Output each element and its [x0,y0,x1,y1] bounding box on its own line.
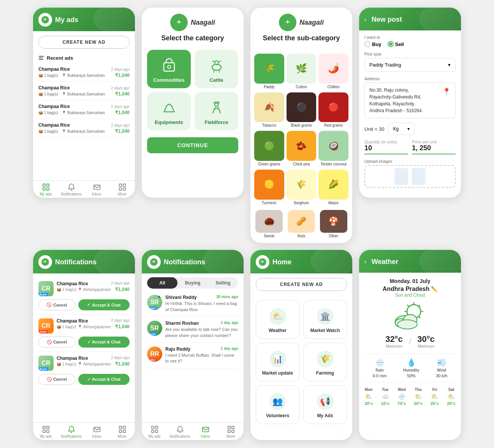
cancel-button-3[interactable]: 🚫 Cancel [38,374,75,385]
nav-inbox-5[interactable]: Inbox [84,425,109,438]
create-ad-button-home[interactable]: CREATE NEW AD [256,278,347,291]
weather-location: Andhra Pradesh ✏️ [364,286,456,292]
subcat-chickpea[interactable]: 🫘 Chick pea [287,131,317,167]
nav-more-6[interactable]: More [218,425,244,438]
category-screen-title: Select the category [161,34,224,42]
nav-more[interactable]: More [109,183,135,196]
subcat-other[interactable]: 🍄 Other [320,210,347,239]
subcat-coconut[interactable]: 🥥 Tender coconut [318,131,348,167]
svg-rect-9 [119,184,121,186]
subcat-nuts[interactable]: 🥜 Nuts [288,210,315,239]
subcat-blackgrams[interactable]: ⚫ Black grams [287,92,317,129]
category-fieldforce[interactable]: Fieldforce [195,92,238,130]
subcat-seeds[interactable]: 🌰 Seeds [255,210,283,239]
subcat-greengrams[interactable]: 🟢 Green grams [254,131,284,167]
buyer-badge-msg1: Buyer [147,307,157,310]
forecast-sat: Sat ⛅ 20°c [447,388,456,406]
nav-notifications[interactable]: Notifications [59,183,84,196]
continue-button[interactable]: CONTINUE [147,137,238,153]
equipments-icon [161,100,177,116]
subcat-maize[interactable]: 🌽 Maize [318,170,348,206]
header-new-post: ‹ New post [359,8,461,30]
upload-area[interactable] [364,165,456,188]
pick-type-select[interactable]: Paddy Trading ▾ [364,58,456,72]
subcat-redgrams[interactable]: 🔴 Red grams [318,92,348,129]
weather-date: Monday. 01 July [364,278,456,284]
svg-rect-7 [46,188,49,190]
ad-item[interactable]: Champaa Rice 2 days ago 📦 1 bag(s) 📍 Buk… [38,119,130,138]
screen-new-post: ‹ New post I want to Buy Sell Pick type … [359,8,461,198]
category-content: Commodities Cattle [142,50,244,198]
cancel-button[interactable]: 🚫 Cancel [38,299,75,310]
subcategory-title: Select the sub-category [263,34,340,42]
home-weather[interactable]: ⛅ Weather [256,300,299,339]
market-update-icon: 📊 [269,351,286,367]
msg-item-1[interactable]: SR Buyer 2 Shivani Reddy 30 mins ago Hi … [147,291,238,317]
nav-notif-6[interactable]: Notifications [167,425,193,438]
home-my-ads[interactable]: 📢 My Ads [303,385,347,424]
screen-notifications: Notifications CR Buyer Champaa Rice 2 da… [33,250,135,440]
edit-location-icon[interactable]: ✏️ [431,286,437,292]
category-commodities[interactable]: Commodities [147,50,191,88]
home-farming[interactable]: 🌾 Farming [303,343,347,381]
home-market-update[interactable]: 📊 Market update [256,343,299,381]
screen-my-ads: My ads CREATE NEW AD Recent ads Champaa … [33,8,135,198]
nav-my-ads[interactable]: My ads [33,183,59,196]
back-button[interactable]: ‹ [364,16,366,22]
tab-all[interactable]: All [147,277,177,289]
ad-list: Champaa Rice 2 days ago 📦 1 bag(s) 📍 Buk… [33,63,135,138]
nav-inbox[interactable]: Inbox [84,183,109,196]
image-placeholder-2 [412,168,426,185]
tab-buying[interactable]: Buying [177,277,208,289]
notification-list: CR Buyer Champaa Rice 2 days ago 📦 1 bag… [33,273,135,393]
forecast-wed: Wed 🌧️ 70°c [397,388,406,406]
ad-item[interactable]: Champaa Rice 2 days ago 📦 1 bag(s) 📍 Buk… [38,82,130,100]
category-cattle[interactable]: Cattle [195,50,238,88]
nav-my-ads-5[interactable]: My ads [33,425,59,438]
subcat-turmeric[interactable]: 🟡 Turmeric [254,170,284,206]
nav-more-5[interactable]: More [109,425,135,438]
svg-rect-1 [39,56,44,57]
radio-sell[interactable]: Sell [388,41,404,47]
svg-rect-14 [164,63,174,71]
location-pin-icon[interactable]: 📍 [442,87,451,114]
accept-chat-button[interactable]: ✓ Accept & Chat [78,299,130,310]
msg-item-2[interactable]: SR Buyer Sharmi Roshan 1 day ago Are you… [147,317,238,343]
tab-selling[interactable]: Selling [208,277,238,289]
nav-notifications-5[interactable]: Notifications [59,425,84,438]
ad-item[interactable]: Champaa Rice 2 days ago 📦 1 bag(s) 📍 Buk… [38,100,130,119]
want-to-group: I want to Buy Sell [364,35,456,47]
subcat-cotton[interactable]: 🌿 Cotton [287,54,317,90]
subcat-paddy[interactable]: 🌾 Paddy [254,54,284,90]
home-market-watch[interactable]: 🏛️ Market Watch [303,300,347,339]
nav-inbox-6[interactable]: Inbox [193,425,218,438]
category-equipments[interactable]: Equipments [147,92,191,130]
subcat-tobacco[interactable]: 🍂 Tobacco [254,92,284,129]
msg-item-3[interactable]: RR Seller Raju Reddy 1 day ago I need 2 … [147,343,238,369]
header-weather: ‹ Weather [359,250,461,273]
forecast-icon-thu: ⛅ [415,393,422,400]
notifications-title: Notifications [55,258,97,266]
accept-chat-button-3[interactable]: ✓ Accept & Chat [78,374,130,385]
naagali-logo [170,14,188,31]
forecast-row: Mon ⛅ 30°c Tue ☁️ 10°c Wed 🌧️ 70°c Thu ⛅… [364,388,456,406]
accept-chat-button-2[interactable]: ✓ Accept & Chat [78,337,130,348]
address-field[interactable]: No.30, Raju colony,Rayachoty-Galiveedu R… [364,83,456,118]
subcat-chillies[interactable]: 🌶️ Chillies [318,54,348,90]
buyer-badge: Buyer [38,293,48,296]
nav-my-ads-6[interactable]: My ads [142,425,167,438]
home-volunteers[interactable]: 👥 Volunteers [256,385,299,424]
subcat-sorghum[interactable]: 🌾 Sorghum [287,170,317,206]
cancel-button-2[interactable]: 🚫 Cancel [38,337,75,348]
bottom-nav-5: My ads Notifications Inbox More [33,423,135,440]
radio-buy[interactable]: Buy [364,41,382,47]
create-ad-button[interactable]: CREATE NEW AD [38,36,130,49]
unit-select[interactable]: Kg ▾ [388,123,415,135]
ad-item[interactable]: Champaa Rice 2 days ago 📦 1 bag(s) 📍 Buk… [38,63,130,82]
svg-rect-5 [46,184,49,186]
svg-rect-29 [119,430,121,432]
weather-back-button[interactable]: ‹ [364,259,366,265]
chevron-down-icon-2: ▾ [407,126,410,132]
fieldforce-icon [208,100,225,116]
stat-rain: 🌧️ Rain 0.0 mm [373,358,387,378]
